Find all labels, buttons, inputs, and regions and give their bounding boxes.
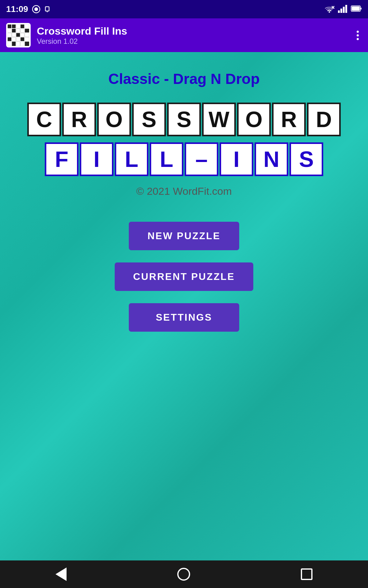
recents-button[interactable] xyxy=(296,564,317,585)
app-toolbar: Crossword Fill Ins Version 1.02 xyxy=(0,18,368,52)
home-button[interactable] xyxy=(173,563,195,585)
svg-rect-39 xyxy=(25,42,29,46)
fill-tile-N: N xyxy=(255,142,288,176)
current-puzzle-button[interactable]: CURRENT PUZZLE xyxy=(115,262,253,291)
svg-rect-34 xyxy=(25,37,29,41)
copyright: © 2021 WordFit.com xyxy=(136,185,232,197)
svg-rect-7 xyxy=(338,10,340,13)
svg-rect-36 xyxy=(12,42,16,46)
overflow-dot-3 xyxy=(357,38,359,40)
svg-rect-35 xyxy=(8,42,11,46)
tile-D: D xyxy=(307,103,341,136)
button-group: NEW PUZZLE CURRENT PUZZLE SETTINGS xyxy=(115,222,253,332)
svg-rect-8 xyxy=(340,9,342,13)
svg-rect-12 xyxy=(360,8,362,9)
svg-rect-20 xyxy=(8,29,11,32)
app-version: Version 1.02 xyxy=(37,37,354,46)
home-icon xyxy=(177,568,190,581)
main-content: Classic - Drag N Drop C R O S S W O R D … xyxy=(0,52,368,560)
overflow-menu-button[interactable] xyxy=(354,28,362,43)
tile-O2: O xyxy=(237,103,271,136)
app-title-group: Crossword Fill Ins Version 1.02 xyxy=(37,25,354,46)
svg-rect-27 xyxy=(16,33,20,37)
status-bar: 11:09 xyxy=(0,0,368,18)
fill-tile-I2: I xyxy=(220,142,253,176)
svg-point-4 xyxy=(329,11,330,13)
tile-O: O xyxy=(97,103,131,136)
app-title: Crossword Fill Ins xyxy=(37,25,354,37)
tile-C: C xyxy=(27,103,61,136)
svg-rect-9 xyxy=(343,7,345,13)
subtitle: Classic - Drag N Drop xyxy=(108,70,259,87)
back-button[interactable] xyxy=(51,563,71,586)
svg-rect-37 xyxy=(16,42,20,46)
overflow-dot-2 xyxy=(357,34,359,36)
svg-rect-23 xyxy=(21,29,24,32)
nav-bar xyxy=(0,560,368,588)
new-puzzle-button[interactable]: NEW PUZZLE xyxy=(129,222,239,250)
svg-rect-31 xyxy=(12,37,16,41)
battery-icon xyxy=(351,5,362,13)
tile-S2: S xyxy=(167,103,201,136)
svg-rect-15 xyxy=(8,24,11,28)
privacy-icon xyxy=(32,5,40,13)
tile-S1: S xyxy=(132,103,166,136)
recents-icon xyxy=(301,568,312,580)
svg-rect-26 xyxy=(12,33,16,37)
fill-tile-L1: L xyxy=(115,142,148,176)
notification-icon xyxy=(43,5,52,13)
fillins-tiles: F I L L – I N S xyxy=(45,142,323,176)
fill-tile-F: F xyxy=(45,142,79,176)
overflow-dot-1 xyxy=(357,31,359,33)
svg-rect-18 xyxy=(21,24,24,28)
fill-tile-dash: – xyxy=(185,142,218,176)
fill-tile-S: S xyxy=(289,142,323,176)
svg-rect-25 xyxy=(8,33,11,37)
crossword-tiles: C R O S S W O R D xyxy=(27,103,341,136)
status-time: 11:09 xyxy=(6,4,28,14)
status-bar-right xyxy=(324,4,362,14)
svg-rect-16 xyxy=(12,24,16,28)
signal-icon xyxy=(338,4,348,14)
tile-R2: R xyxy=(272,103,306,136)
status-icons xyxy=(32,5,52,13)
svg-rect-29 xyxy=(25,33,29,37)
status-bar-left: 11:09 xyxy=(6,4,52,14)
wifi-icon xyxy=(324,4,335,14)
svg-rect-17 xyxy=(16,24,20,28)
tile-W: W xyxy=(202,103,236,136)
fill-tile-I: I xyxy=(80,142,113,176)
svg-rect-38 xyxy=(21,42,24,46)
fill-tile-L2: L xyxy=(150,142,183,176)
svg-rect-30 xyxy=(8,37,11,41)
svg-rect-19 xyxy=(25,24,29,28)
svg-rect-33 xyxy=(21,37,24,41)
svg-rect-10 xyxy=(345,5,347,13)
svg-rect-24 xyxy=(25,29,29,32)
app-logo xyxy=(6,23,31,47)
svg-rect-22 xyxy=(16,29,20,32)
back-icon xyxy=(56,567,67,581)
svg-rect-2 xyxy=(45,7,49,11)
svg-rect-32 xyxy=(16,37,20,41)
svg-rect-28 xyxy=(21,33,24,37)
tile-R: R xyxy=(62,103,96,136)
svg-rect-21 xyxy=(12,29,16,32)
settings-button[interactable]: SETTINGS xyxy=(129,303,239,332)
svg-point-1 xyxy=(34,7,38,11)
svg-rect-13 xyxy=(352,6,360,11)
